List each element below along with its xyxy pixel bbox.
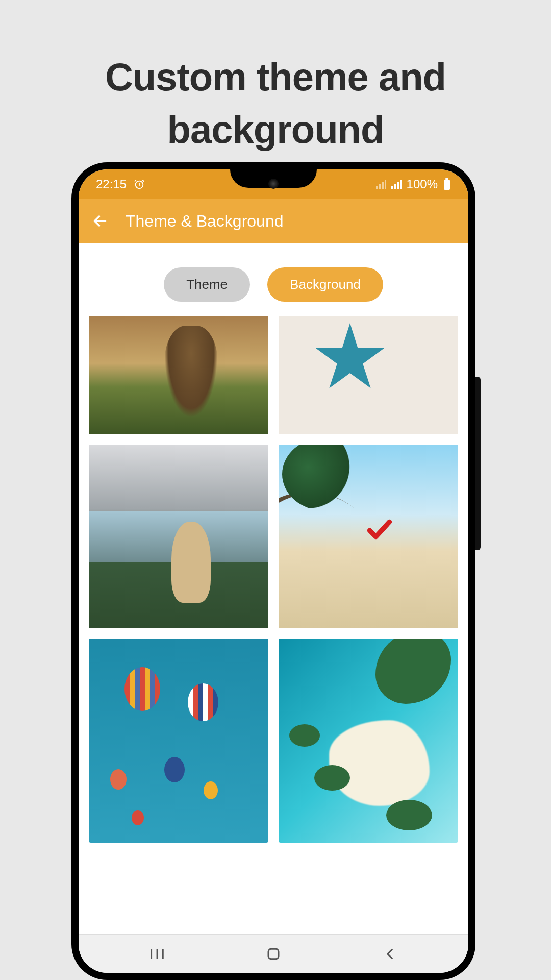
nav-back-icon[interactable] [381, 945, 398, 963]
marketing-headline: Custom theme and background [0, 51, 551, 156]
status-battery: 100% [407, 177, 438, 191]
signal-icon-2 [391, 180, 402, 189]
status-time: 22:15 [96, 177, 127, 191]
nav-recents-icon[interactable] [148, 945, 166, 963]
alarm-icon [134, 179, 145, 190]
app-bar: Theme & Background [79, 199, 468, 243]
decoration [132, 810, 144, 825]
back-icon[interactable] [91, 212, 109, 230]
decoration [314, 765, 350, 791]
background-thumb-deer[interactable] [89, 316, 268, 434]
tab-theme[interactable]: Theme [164, 267, 250, 302]
svg-rect-6 [268, 949, 279, 959]
selected-check-icon [365, 514, 394, 544]
background-thumb-balloons[interactable] [89, 639, 268, 843]
phone-camera [268, 179, 279, 189]
decoration [386, 800, 432, 830]
tab-background[interactable]: Background [267, 267, 383, 302]
tabs: Theme Background [79, 243, 468, 316]
nav-home-icon[interactable] [265, 945, 282, 963]
background-grid [79, 316, 468, 843]
decoration [289, 724, 320, 747]
decoration [164, 757, 185, 782]
decoration [110, 769, 127, 790]
phone-screen: 22:15 100% Them [79, 169, 468, 973]
background-thumb-palm[interactable] [279, 445, 458, 628]
signal-icon [376, 180, 386, 189]
background-thumb-aerial[interactable] [279, 639, 458, 843]
android-nav-bar [79, 934, 468, 973]
decoration [204, 781, 218, 799]
svg-rect-1 [444, 180, 450, 190]
phone-frame: 22:15 100% Them [71, 162, 475, 980]
app-bar-title: Theme & Background [126, 212, 284, 231]
background-thumb-star[interactable] [279, 316, 458, 434]
battery-icon [443, 178, 451, 190]
svg-rect-2 [445, 178, 448, 180]
background-thumb-llama[interactable] [89, 445, 268, 628]
